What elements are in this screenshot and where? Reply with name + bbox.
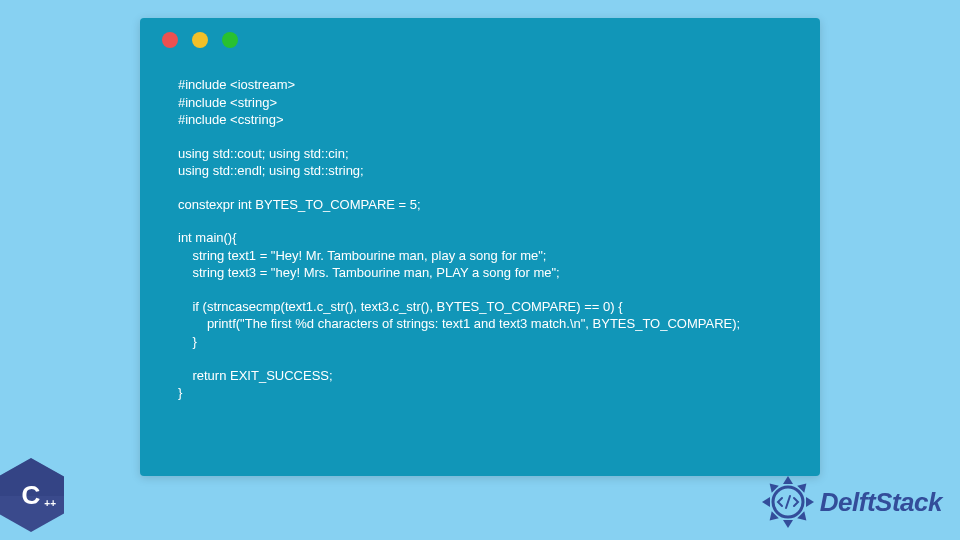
cpp-logo: C ++ [0,458,76,540]
traffic-lights [162,32,238,48]
code-line: #include <cstring> [178,111,800,129]
cpp-plus-icon: ++ [44,500,56,507]
cpp-letter: C [22,480,41,511]
code-line: if (strncasecmp(text1.c_str(), text3.c_s… [178,298,800,316]
blank-line [178,129,800,145]
code-line: return EXIT_SUCCESS; [178,367,800,385]
code-line: } [178,384,800,402]
code-window: #include <iostream>#include <string>#inc… [140,18,820,476]
delftstack-logo: DelftStack [760,474,942,530]
code-line: using std::endl; using std::string; [178,162,800,180]
blank-line [178,180,800,196]
close-icon [162,32,178,48]
code-line: printf("The first %d characters of strin… [178,315,800,333]
code-line: string text1 = "Hey! Mr. Tambourine man,… [178,247,800,265]
blank-line [178,213,800,229]
blank-line [178,282,800,298]
code-line: int main(){ [178,229,800,247]
code-line: } [178,333,800,351]
minimize-icon [192,32,208,48]
delftstack-icon [760,474,816,530]
blank-line [178,351,800,367]
code-line: constexpr int BYTES_TO_COMPARE = 5; [178,196,800,214]
maximize-icon [222,32,238,48]
delftstack-text: DelftStack [820,487,942,518]
code-line: using std::cout; using std::cin; [178,145,800,163]
code-line: string text3 = "hey! Mrs. Tambourine man… [178,264,800,282]
code-block: #include <iostream>#include <string>#inc… [178,76,800,402]
code-line: #include <string> [178,94,800,112]
code-line: #include <iostream> [178,76,800,94]
